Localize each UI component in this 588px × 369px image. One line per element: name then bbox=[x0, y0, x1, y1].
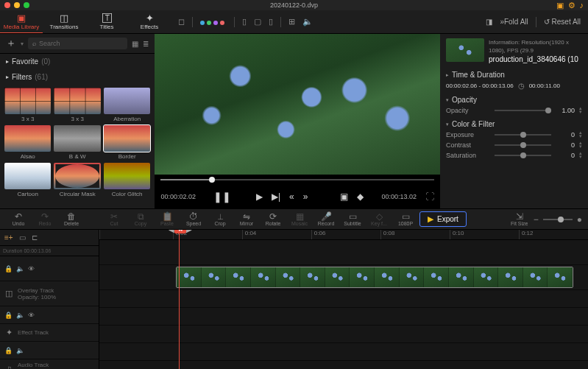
time-duration-section[interactable]: ▸Time & Duration bbox=[446, 71, 582, 79]
copy-button[interactable]: ⧉Copy bbox=[128, 212, 153, 226]
pause-button[interactable]: ❚❚ bbox=[213, 191, 231, 203]
snapshot-button[interactable]: ▣ bbox=[340, 191, 348, 202]
prev-keyframe-button[interactable]: « bbox=[289, 191, 294, 202]
align-center-icon[interactable]: ▢ bbox=[254, 17, 261, 27]
opacity-value[interactable]: 1.00 bbox=[556, 107, 575, 114]
cut-button[interactable]: ✂Cut bbox=[102, 212, 127, 226]
settings-icon[interactable]: ⚙ bbox=[568, 1, 575, 10]
add-track-button[interactable]: ≡+ bbox=[4, 233, 13, 242]
track-lane-toggle[interactable] bbox=[99, 326, 588, 343]
play-button[interactable]: ▶ bbox=[256, 191, 263, 202]
playhead-handle[interactable]: ◀✖▶ bbox=[169, 230, 192, 233]
preview-scrubber[interactable] bbox=[155, 175, 440, 185]
zoom-slider[interactable] bbox=[543, 219, 573, 220]
track-lane-overlay[interactable] bbox=[99, 265, 588, 290]
video-preview[interactable] bbox=[155, 34, 440, 175]
opacity-stepper[interactable]: ▴▾ bbox=[579, 107, 582, 114]
track-layout-button[interactable]: ⊏ bbox=[32, 233, 38, 242]
contrast-stepper[interactable]: ▴▾ bbox=[579, 141, 582, 149]
tab-transitions[interactable]: ◫ Transitions bbox=[43, 10, 85, 33]
track-header-main[interactable]: 🔒🔈👁 bbox=[0, 256, 99, 281]
color-filter-section[interactable]: ▾Color & Filter bbox=[446, 120, 582, 128]
track-lane-effect[interactable] bbox=[99, 308, 588, 326]
filter-item[interactable]: Circular Mask bbox=[54, 163, 100, 197]
export-button[interactable]: ▶ Export bbox=[419, 211, 467, 227]
quality-button[interactable]: ▭1080P bbox=[393, 212, 418, 226]
redo-button[interactable]: ↷Redo bbox=[32, 212, 57, 226]
timeline-ruler[interactable]: 00:00:02.02 ◀✖▶ 0:02 0:04 0:06 0:08 0:10… bbox=[99, 230, 588, 240]
filter-item[interactable]: B & W bbox=[54, 125, 100, 160]
maximize-window[interactable] bbox=[24, 2, 29, 8]
speaker-icon[interactable]: 🔈 bbox=[302, 17, 313, 27]
favorite-section[interactable]: ▸ Favorite (0) bbox=[0, 54, 155, 69]
lock-icon[interactable]: 🔒 bbox=[4, 312, 13, 319]
filter-item[interactable]: Cartoon bbox=[4, 163, 51, 197]
speed-button[interactable]: ⏱Speed bbox=[181, 212, 206, 226]
filter-item[interactable]: 3 x 3 bbox=[54, 88, 100, 122]
save-icon[interactable]: ▣ bbox=[556, 1, 564, 10]
exposure-slider[interactable] bbox=[495, 134, 551, 136]
exposure-stepper[interactable]: ▴▾ bbox=[579, 131, 582, 138]
aspect-icon[interactable]: ◻ bbox=[178, 17, 185, 27]
track-lane-main[interactable] bbox=[99, 240, 588, 265]
track-lane-toggle[interactable] bbox=[99, 290, 588, 308]
zoom-in-button[interactable]: ● bbox=[577, 214, 582, 225]
playhead-line[interactable] bbox=[179, 230, 180, 369]
fit-size-button[interactable]: ⇲Fit Size bbox=[507, 212, 532, 226]
tab-media-library[interactable]: ▣ Media Library bbox=[0, 10, 43, 33]
align-right-icon[interactable]: ▯ bbox=[269, 17, 273, 27]
reset-all-button[interactable]: ↺ Reset All bbox=[544, 18, 581, 26]
clock-icon[interactable]: ◷ bbox=[518, 82, 525, 90]
fold-all-button[interactable]: »Fold All bbox=[500, 18, 528, 26]
keyframe-button[interactable]: ◇Key f... bbox=[366, 212, 392, 226]
video-clip[interactable] bbox=[176, 267, 573, 288]
subtitle-button[interactable]: ▭Subtitle bbox=[340, 212, 365, 226]
color-swatches[interactable] bbox=[200, 18, 227, 27]
saturation-stepper[interactable]: ▴▾ bbox=[579, 152, 582, 159]
zoom-out-button[interactable]: − bbox=[534, 214, 539, 225]
visibility-icon[interactable]: 👁 bbox=[28, 312, 35, 319]
mirror-button[interactable]: ⇋Mirror bbox=[234, 212, 259, 226]
track-header-effect[interactable]: ✦ Effect Track bbox=[0, 324, 99, 342]
opacity-section[interactable]: ▾Opacity bbox=[446, 96, 582, 104]
tab-effects[interactable]: ✦ Effects bbox=[128, 10, 171, 33]
crop-button[interactable]: ⟂Crop bbox=[208, 212, 233, 226]
tab-titles[interactable]: 🅃 Titles bbox=[85, 10, 128, 33]
track-header-toggles[interactable]: 🔒🔈👁 bbox=[0, 306, 99, 324]
fullscreen-button[interactable]: ⛶ bbox=[425, 191, 434, 202]
filter-item[interactable]: Border bbox=[104, 125, 150, 160]
filter-item[interactable]: Color Glitch bbox=[104, 163, 150, 197]
contrast-value[interactable]: 0 bbox=[556, 141, 575, 149]
close-window[interactable] bbox=[4, 2, 10, 8]
notification-icon[interactable]: ♪ bbox=[580, 1, 584, 10]
undo-button[interactable]: ↶Undo bbox=[6, 212, 31, 226]
filter-item[interactable]: Alsao bbox=[4, 125, 51, 160]
mute-icon[interactable]: 🔈 bbox=[16, 347, 24, 354]
delete-button[interactable]: 🗑Delete bbox=[59, 212, 84, 226]
track-header-overlay[interactable]: ◫ Overlay Track Opacity: 100% bbox=[0, 281, 99, 306]
mosaic-button[interactable]: ▦Mosaic bbox=[287, 212, 312, 226]
grid-icon[interactable]: ⊞ bbox=[288, 17, 295, 27]
track-header-audio[interactable]: ♫ Audio Track Volume: 100% bbox=[0, 359, 99, 369]
lock-icon[interactable]: 🔒 bbox=[4, 347, 13, 354]
align-left-icon[interactable]: ▯ bbox=[242, 17, 247, 27]
filter-item[interactable]: 3 x 3 bbox=[4, 88, 51, 122]
filters-section[interactable]: ▸ Filters (61) bbox=[0, 69, 155, 85]
lock-icon[interactable]: 🔒 bbox=[4, 265, 13, 273]
opacity-slider[interactable] bbox=[495, 110, 551, 111]
list-view-icon[interactable]: ≣ bbox=[143, 40, 149, 48]
add-media-button[interactable]: ＋ bbox=[6, 37, 16, 50]
grid-view-icon[interactable]: ▦ bbox=[132, 40, 138, 48]
next-keyframe-button[interactable]: » bbox=[303, 191, 308, 202]
filter-item[interactable]: Aberration bbox=[104, 88, 150, 122]
track-header-toggles[interactable]: 🔒🔈 bbox=[0, 342, 99, 359]
rotate-button[interactable]: ⟳Rotate bbox=[261, 212, 286, 226]
mute-icon[interactable]: 🔈 bbox=[16, 265, 24, 273]
paste-button[interactable]: 📋Paste bbox=[155, 212, 180, 226]
saturation-slider[interactable] bbox=[495, 155, 551, 156]
minimize-window[interactable] bbox=[14, 2, 20, 8]
next-frame-button[interactable]: ▶| bbox=[272, 191, 280, 202]
contrast-slider[interactable] bbox=[495, 144, 551, 146]
record-button[interactable]: 🎤Record bbox=[314, 212, 339, 226]
search-input[interactable]: ⌕ Search bbox=[28, 38, 127, 49]
